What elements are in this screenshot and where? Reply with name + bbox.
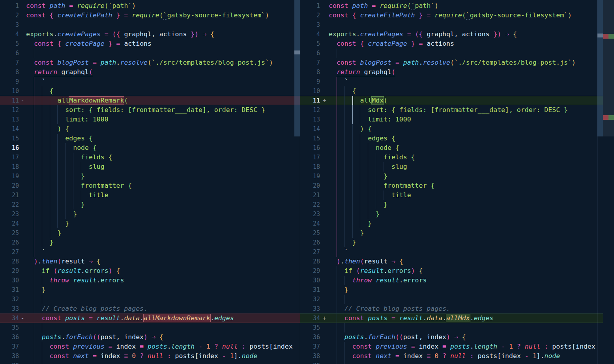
code-line[interactable]: 15 edges { xyxy=(300,134,603,143)
code-line-content[interactable]: // Create blog posts pages. xyxy=(329,304,603,314)
line-number[interactable]: 1 xyxy=(0,1,19,11)
line-number[interactable]: 25 xyxy=(0,228,19,238)
code-line-content[interactable]: } xyxy=(329,209,603,219)
code-line[interactable]: 14 ) { xyxy=(300,124,603,134)
code-line-content[interactable]: posts.forEach((post, index) ⇒ { xyxy=(26,332,300,342)
line-number[interactable]: 12 xyxy=(300,105,320,115)
code-line-content[interactable]: } xyxy=(329,285,603,295)
code-line-content[interactable]: } xyxy=(26,238,300,247)
code-line[interactable]: 4exports.createPages = ({ graphql, actio… xyxy=(300,30,603,39)
code-line[interactable]: 25 } xyxy=(300,228,603,238)
code-line-content[interactable]: ` xyxy=(26,247,300,257)
line-number[interactable]: 10 xyxy=(0,86,19,96)
code-line-content[interactable] xyxy=(26,49,300,58)
code-line-content[interactable]: allMarkdownRemark( xyxy=(26,96,300,105)
code-line-content[interactable]: limit: 1000 xyxy=(26,115,300,124)
code-line-content[interactable]: throw result.errors xyxy=(26,276,300,285)
code-line-content[interactable] xyxy=(26,323,300,332)
line-number[interactable]: 11 xyxy=(300,96,320,105)
line-number[interactable]: 39 xyxy=(0,361,19,364)
line-number[interactable]: 30 xyxy=(300,276,320,285)
code-line[interactable]: 10 { xyxy=(300,86,603,96)
code-line[interactable]: 13 limit: 1000 xyxy=(300,115,603,124)
scrollbar-modified[interactable] xyxy=(597,0,603,364)
code-line-content[interactable]: } xyxy=(329,200,603,209)
code-line[interactable]: 13 limit: 1000 xyxy=(0,115,300,124)
code-line[interactable]: 8 return graphql( xyxy=(0,67,300,77)
editor-modified-pane[interactable]: 1const path = require(`path`)2const { cr… xyxy=(300,0,603,364)
code-line[interactable]: 36 posts.forEach((post, index) ⇒ { xyxy=(300,332,603,342)
code-line[interactable]: 16 node { xyxy=(0,143,300,153)
code-line[interactable]: 28 ).then(result ⇒ { xyxy=(0,257,300,266)
line-number[interactable]: 10 xyxy=(300,86,320,96)
code-line-content[interactable]: } xyxy=(26,219,300,228)
code-line[interactable]: 19 } xyxy=(0,172,300,181)
code-line[interactable]: 9 ` xyxy=(0,77,300,86)
code-line[interactable]: 12 sort: { fields: [frontmatter___date],… xyxy=(300,105,603,115)
code-line-content[interactable] xyxy=(329,49,603,58)
line-number[interactable]: 15 xyxy=(0,134,19,143)
line-number[interactable]: 21 xyxy=(0,190,19,200)
code-line[interactable]: 27 ` xyxy=(300,247,603,257)
code-line-content[interactable]: } xyxy=(26,209,300,219)
code-line[interactable]: 29 if (result.errors) { xyxy=(300,266,603,276)
code-line[interactable]: 3 xyxy=(0,20,300,30)
code-line[interactable]: 28 ).then(result ⇒ { xyxy=(300,257,603,266)
line-number[interactable]: 5 xyxy=(300,39,320,49)
code-line[interactable]: 14 ) { xyxy=(0,124,300,134)
code-line[interactable]: 5 const { createPage } = actions xyxy=(300,39,603,49)
line-number[interactable]: 32 xyxy=(300,295,320,304)
line-number[interactable]: 13 xyxy=(0,115,19,124)
line-number[interactable]: 22 xyxy=(300,200,320,209)
code-line-content[interactable]: ).then(result ⇒ { xyxy=(26,257,300,266)
code-line[interactable]: 24 } xyxy=(0,219,300,228)
code-line-content[interactable]: const previous = index ≡ posts.length - … xyxy=(26,342,300,351)
code-line-content[interactable]: ` xyxy=(26,77,300,86)
code-line-content[interactable]: const { createPage } = actions xyxy=(26,39,300,49)
code-line[interactable]: 8 return graphql( xyxy=(300,67,603,77)
code-line-content[interactable]: fields { xyxy=(26,153,300,162)
line-number[interactable]: 36 xyxy=(300,332,320,342)
code-line-content[interactable]: const posts = result.data.allMarkdownRem… xyxy=(26,314,300,323)
code-line-content[interactable]: sort: { fields: [frontmatter___date], or… xyxy=(329,105,603,115)
code-line-content[interactable] xyxy=(329,295,603,304)
scrollbar-thumb[interactable] xyxy=(294,0,300,136)
code-line-content[interactable]: edges { xyxy=(329,134,603,143)
line-number[interactable]: 19 xyxy=(300,172,320,181)
code-line-content[interactable]: } xyxy=(26,285,300,295)
code-line-content[interactable]: const path = require(`path`) xyxy=(329,1,603,11)
line-number[interactable]: 18 xyxy=(300,162,320,172)
code-line-content[interactable]: } xyxy=(329,228,603,238)
line-number[interactable]: 23 xyxy=(0,209,19,219)
code-line[interactable]: 37 const previous = index ≡ posts.length… xyxy=(300,342,603,351)
line-number[interactable]: 11 xyxy=(0,96,19,105)
code-line[interactable]: 6 xyxy=(300,49,603,58)
code-line[interactable]: 23 } xyxy=(0,209,300,219)
line-number[interactable]: 14 xyxy=(300,124,320,134)
code-line-content[interactable] xyxy=(329,323,603,332)
code-line-content[interactable]: edges { xyxy=(26,134,300,143)
code-line-content[interactable]: node { xyxy=(26,143,300,153)
line-number[interactable]: 7 xyxy=(0,58,19,67)
line-number[interactable]: 38 xyxy=(300,351,320,361)
code-line[interactable]: 26 } xyxy=(0,238,300,247)
line-number[interactable]: 8 xyxy=(300,67,320,77)
code-line-content[interactable]: const blogPost = path.resolve(`./src/tem… xyxy=(26,58,300,67)
code-line[interactable]: 31 } xyxy=(300,285,603,295)
line-number[interactable]: 4 xyxy=(0,30,19,39)
code-line[interactable]: 30 throw result.errors xyxy=(300,276,603,285)
code-line-content[interactable]: allMdx( xyxy=(329,96,603,105)
code-line-content[interactable] xyxy=(329,361,603,364)
code-line-content[interactable]: if (result.errors) { xyxy=(26,266,300,276)
editor-original-pane[interactable]: 1const path = require(`path`)2const { cr… xyxy=(0,0,300,364)
code-line[interactable]: 30 throw result.errors xyxy=(0,276,300,285)
code-line[interactable]: 39 xyxy=(0,361,300,364)
code-line[interactable]: 11+ allMdx( xyxy=(300,96,603,105)
code-line-content[interactable]: exports.createPages = ({ graphql, action… xyxy=(329,30,603,39)
code-line[interactable]: 10 { xyxy=(0,86,300,96)
line-number[interactable]: 35 xyxy=(0,323,19,332)
code-line[interactable]: 27 ` xyxy=(0,247,300,257)
line-number[interactable]: 32 xyxy=(0,295,19,304)
code-line-content[interactable] xyxy=(329,20,603,30)
code-line[interactable]: 18 slug xyxy=(0,162,300,172)
